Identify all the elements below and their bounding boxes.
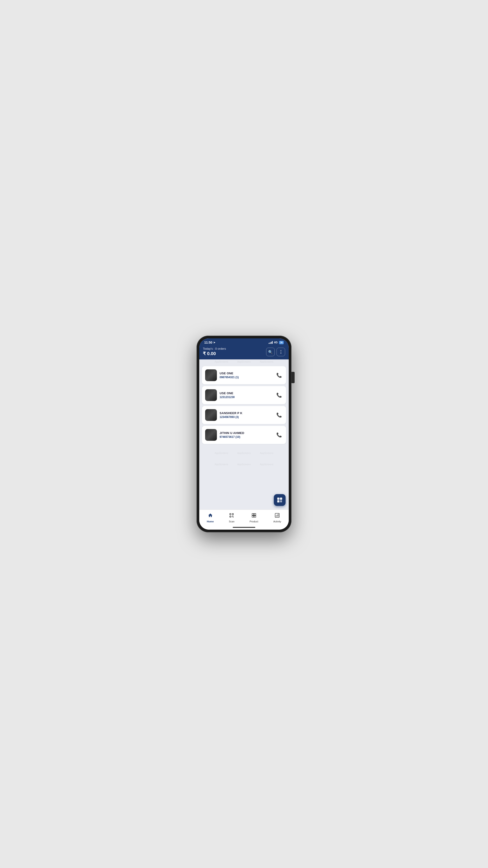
battery-icon: 36: [279, 341, 284, 344]
call-button-2[interactable]: 📞: [275, 411, 283, 419]
customer-info-2: SANSHEER P K 1234567893 (3): [220, 411, 272, 418]
svg-rect-10: [230, 514, 231, 515]
customer-info-3: JITHIN U AHMED 9746573617 (10): [220, 431, 272, 438]
scan-label: Scan: [229, 520, 234, 523]
home-label: Home: [207, 520, 214, 523]
nav-item-product[interactable]: Product: [247, 512, 261, 524]
customer-card-3[interactable]: JITHIN U AHMED 9746573617 (10) 📞: [202, 426, 286, 444]
customer-name-2: SANSHEER P K: [220, 411, 272, 415]
watermark-3: AppScreensAppScreensAppScreens: [199, 462, 289, 467]
customers-list: USE ONE 0987654321 (1) 📞 USE ONE 1231231…: [199, 364, 289, 446]
product-icon: [252, 513, 256, 519]
nav-item-scan[interactable]: Scan: [226, 512, 237, 524]
content-area: AppScreensAppScreensAppScreens USE ONE 0…: [199, 360, 289, 509]
customer-name-1: USE ONE: [220, 392, 272, 395]
customer-card-1[interactable]: USE ONE 1231231230 📞: [202, 386, 286, 404]
svg-rect-20: [254, 516, 256, 517]
svg-rect-7: [281, 500, 282, 501]
activity-label: Activity: [273, 520, 281, 523]
svg-rect-3: [281, 498, 282, 499]
customer-phone-0: 0987654321 (1): [220, 376, 272, 379]
watermark-1: AppScreensAppScreensAppScreens: [199, 360, 289, 364]
customer-phone-1: 1231231230: [220, 396, 272, 399]
network-label: 4G: [274, 341, 278, 344]
header-actions: 🔍 ⋮: [266, 348, 285, 356]
more-options-button[interactable]: ⋮: [276, 348, 285, 356]
home-icon: [208, 513, 213, 519]
svg-rect-19: [252, 516, 254, 517]
call-button-3[interactable]: 📞: [275, 431, 283, 439]
more-icon: ⋮: [279, 349, 283, 354]
phone-icon-2: 📞: [276, 412, 282, 418]
qr-scan-fab[interactable]: [274, 494, 286, 506]
svg-rect-12: [230, 516, 231, 518]
amount-display: ₹ 0.00: [203, 351, 226, 356]
time-display: 11:50: [204, 341, 213, 344]
customer-info-0: USE ONE 0987654321 (1): [220, 372, 272, 379]
activity-icon: [275, 513, 280, 519]
status-right: 4G 36: [269, 341, 284, 344]
customer-avatar-1: [205, 389, 217, 401]
search-icon: 🔍: [268, 350, 273, 354]
product-label: Product: [250, 520, 258, 523]
phone-icon-0: 📞: [276, 373, 282, 378]
svg-rect-1: [278, 498, 279, 499]
signal-icon: [269, 341, 273, 344]
svg-rect-17: [252, 514, 254, 515]
home-indicator: [199, 525, 289, 530]
customer-info-1: USE ONE 1231231230: [220, 392, 272, 399]
home-bar: [233, 527, 255, 528]
scan-icon: [229, 513, 234, 519]
watermark-2: AppScreensAppScreensAppScreens: [199, 451, 289, 455]
svg-rect-8: [280, 502, 281, 502]
svg-rect-18: [254, 514, 256, 515]
search-button[interactable]: 🔍: [266, 348, 275, 356]
customer-avatar-3: [205, 429, 217, 441]
qr-icon: [277, 497, 283, 503]
status-time: 11:50 ➤: [204, 341, 215, 344]
call-button-1[interactable]: 📞: [275, 391, 283, 399]
phone-icon-1: 📞: [276, 393, 282, 398]
customer-avatar-2: [205, 409, 217, 421]
svg-rect-11: [232, 514, 234, 515]
header-text: Today's : 0 orders ₹ 0.00: [203, 347, 226, 356]
call-button-0[interactable]: 📞: [275, 371, 283, 379]
customer-phone-2: 1234567893 (3): [220, 415, 272, 418]
customer-phone-3: 9746573617 (10): [220, 435, 272, 438]
svg-rect-9: [281, 502, 282, 502]
bottom-nav: Home Scan: [199, 509, 289, 525]
app-header: Today's : 0 orders ₹ 0.00 🔍 ⋮: [199, 346, 289, 360]
svg-rect-6: [280, 500, 281, 501]
location-icon: ➤: [213, 341, 215, 344]
orders-label: Today's : 0 orders: [203, 347, 226, 350]
phone-screen: 11:50 ➤ 4G 36 Today's : 0 orders ₹ 0.00 …: [199, 338, 289, 530]
svg-rect-5: [278, 501, 279, 502]
customer-name-0: USE ONE: [220, 372, 272, 375]
customer-name-3: JITHIN U AHMED: [220, 431, 272, 435]
nav-item-home[interactable]: Home: [204, 512, 217, 524]
customer-card-2[interactable]: SANSHEER P K 1234567893 (3) 📞: [202, 406, 286, 424]
phone-device: 11:50 ➤ 4G 36 Today's : 0 orders ₹ 0.00 …: [197, 336, 291, 532]
status-bar: 11:50 ➤ 4G 36: [199, 338, 289, 346]
nav-item-activity[interactable]: Activity: [271, 512, 284, 524]
power-button: [291, 372, 295, 383]
customer-avatar-0: [205, 369, 217, 381]
customer-card-0[interactable]: USE ONE 0987654321 (1) 📞: [202, 366, 286, 384]
phone-icon-3: 📞: [276, 432, 282, 438]
